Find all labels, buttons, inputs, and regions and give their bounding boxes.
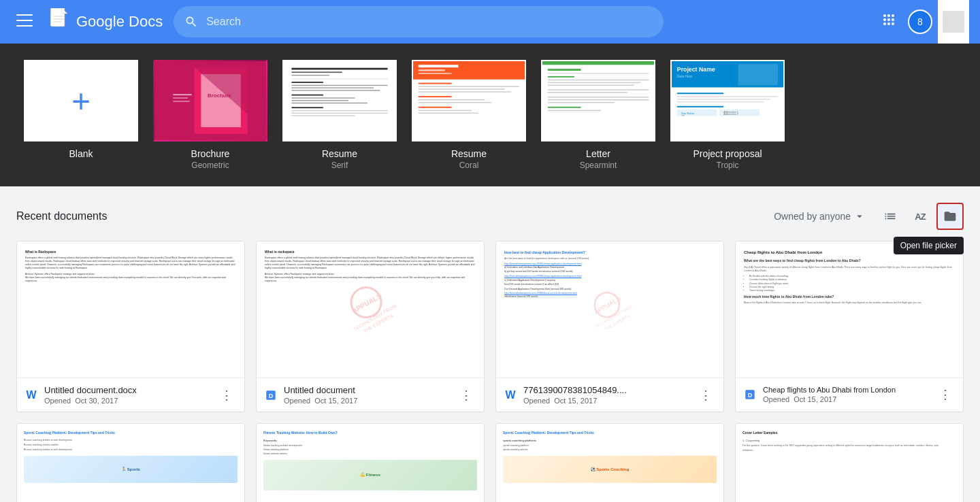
doc-card[interactable]: Cover Letter Samples 1. Copywriting For … (735, 423, 964, 502)
svg-text:THE EXPERTS: THE EXPERTS (604, 314, 630, 331)
logo-text: Google Docs (76, 13, 163, 31)
template-resume-coral[interactable]: Resume Coral (404, 54, 534, 175)
doc-more-button[interactable]: ⋮ (696, 386, 715, 405)
doc-more-button[interactable]: ⋮ (936, 385, 955, 404)
doc-card[interactable]: Cheap flights to Abu Dhabi from London W… (735, 241, 964, 412)
logo: Google Docs (49, 8, 163, 35)
sort-label: AZ (915, 212, 925, 222)
doc-more-button[interactable]: ⋮ (457, 386, 476, 405)
doc-icon: D (265, 389, 277, 401)
svg-rect-49 (419, 88, 505, 89)
svg-rect-33 (291, 90, 380, 90)
svg-text:THE EXPERTS: THE EXPERTS (363, 313, 394, 333)
svg-rect-28 (291, 75, 329, 76)
doc-preview: Cheap flights to Abu Dhabi from London W… (736, 241, 963, 378)
svg-text:Date Here: Date Here (677, 75, 693, 78)
svg-rect-41 (291, 115, 355, 116)
docs-header: Recent documents Owned by anyone AZ (16, 203, 964, 230)
template-brochure[interactable]: Brochure Brochure Geometric (146, 54, 275, 175)
svg-rect-40 (291, 113, 387, 114)
templates-grid: + Blank Brochure Brochure Geome (0, 44, 980, 175)
doc-name: Untitled document.docx (44, 385, 210, 395)
svg-rect-59 (548, 69, 581, 71)
doc-preview: Fitness Tracking Website: How to Build O… (257, 424, 484, 502)
template-letter-name: Letter (586, 148, 610, 159)
doc-info: Cheap flights to Abu Dhabi from London O… (763, 386, 929, 403)
svg-rect-60 (548, 73, 649, 73)
docs-grid: What is Rackspace Rackspace offers a glo… (16, 241, 964, 412)
doc-info: Untitled document Opened Oct 15, 2017 (284, 385, 450, 405)
svg-rect-26 (291, 68, 387, 70)
doc-preview: Cover Letter Samples 1. Copywriting For … (736, 424, 963, 502)
svg-rect-81 (677, 106, 723, 107)
svg-text:APPUALS: APPUALS (350, 292, 382, 315)
svg-rect-65 (548, 89, 649, 90)
svg-rect-69 (548, 102, 615, 103)
svg-rect-78 (677, 96, 778, 97)
svg-rect-30 (291, 82, 323, 83)
svg-rect-31 (291, 85, 387, 86)
sort-button[interactable]: AZ (906, 203, 934, 230)
svg-rect-62 (548, 80, 649, 80)
svg-point-12 (887, 18, 890, 21)
account-switcher[interactable] (938, 0, 969, 44)
svg-point-16 (892, 22, 894, 25)
template-project[interactable]: Project Name Date Here Your Name Title A… (663, 54, 792, 175)
filter-label: Owned by anyone (774, 211, 851, 222)
doc-meta: Opened Oct 30, 2017 (44, 397, 210, 405)
svg-text:Title: Title (681, 114, 685, 117)
template-resume-serif-name: Resume (322, 148, 357, 159)
template-resume-serif[interactable]: Resume Serif (275, 54, 404, 175)
svg-rect-27 (291, 71, 342, 73)
svg-point-15 (887, 22, 890, 25)
doc-card[interactable]: Sports Coaching Platform: Development Ti… (16, 423, 245, 502)
svg-rect-2 (16, 25, 33, 27)
doc-info: 7761390078381054849.... Opened Oct 15, 2… (523, 385, 689, 405)
doc-card[interactable]: What is rackspace Rackspace offers a glo… (256, 241, 485, 412)
doc-card[interactable]: How best to find cheap Application Devel… (495, 241, 724, 412)
template-letter[interactable]: Letter Spearmint (534, 54, 663, 175)
doc-name: Untitled document (284, 385, 450, 395)
doc-name: 7761390078381054849.... (523, 385, 689, 395)
list-view-button[interactable] (877, 203, 904, 230)
template-blank[interactable]: + Blank (16, 54, 146, 175)
doc-name: Cheap flights to Abu Dhabi from London (763, 386, 929, 394)
doc-card[interactable]: Fitness Tracking Website: How to Build O… (256, 423, 485, 502)
svg-rect-80 (677, 101, 764, 102)
doc-more-button[interactable]: ⋮ (217, 386, 236, 405)
template-brochure-name: Brochure (191, 148, 230, 159)
doc-info: Untitled document.docx Opened Oct 30, 20… (44, 385, 210, 405)
doc-preview: What is rackspace Rackspace offers a glo… (257, 241, 484, 378)
doc-icon: W (25, 389, 37, 401)
svg-rect-76 (738, 64, 779, 85)
template-blank-name: Blank (69, 148, 93, 159)
main-content: Recent documents Owned by anyone AZ (0, 186, 980, 502)
svg-rect-24 (173, 101, 189, 102)
avatar[interactable]: 8 (908, 10, 932, 34)
apps-icon[interactable] (875, 6, 902, 37)
doc-preview: Sports Coaching Platform: Development Ti… (496, 424, 723, 502)
svg-text:Address line 2: Address line 2 (723, 113, 738, 116)
svg-text:D: D (748, 392, 753, 399)
folder-icon (943, 210, 957, 223)
svg-rect-38 (291, 107, 323, 108)
filter-dropdown[interactable]: Owned by anyone (774, 210, 866, 222)
doc-preview: Sports Coaching Platform: Development Ti… (17, 424, 244, 502)
doc-card[interactable]: What is Rackspace Rackspace offers a glo… (16, 241, 245, 412)
recent-docs-title: Recent documents (16, 210, 763, 222)
file-picker-tooltip: Open file picker (894, 237, 964, 254)
open-file-picker-button[interactable] (936, 203, 964, 230)
template-project-name: Project proposal (693, 148, 762, 159)
template-letter-subname: Spearmint (580, 161, 617, 170)
doc-preview: What is Rackspace Rackspace offers a glo… (17, 241, 244, 378)
menu-icon[interactable] (11, 7, 38, 37)
svg-rect-64 (548, 85, 634, 86)
svg-rect-58 (542, 61, 654, 65)
svg-rect-47 (419, 83, 452, 84)
svg-rect-71 (548, 110, 601, 111)
search-bar[interactable] (174, 6, 664, 37)
svg-rect-68 (548, 99, 649, 100)
search-input[interactable] (206, 16, 653, 28)
doc-card[interactable]: Sports Coaching Platform: Development Ti… (495, 423, 724, 502)
svg-rect-51 (419, 96, 452, 97)
